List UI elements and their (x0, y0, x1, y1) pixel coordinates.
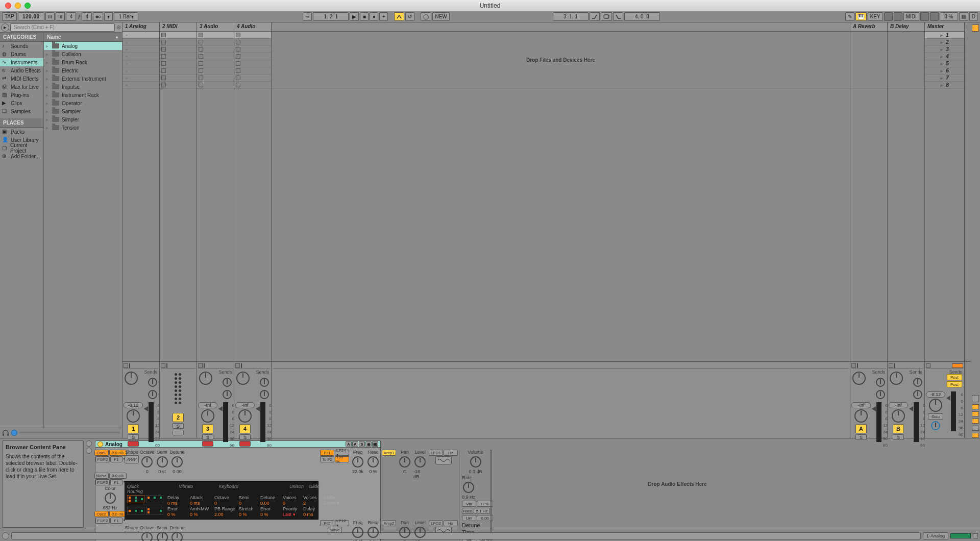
return-header[interactable]: A Reverb (850, 22, 888, 32)
arm-button[interactable] (128, 441, 139, 447)
fil1-button[interactable]: Fil1 (320, 450, 334, 456)
volume-knob[interactable] (201, 409, 214, 423)
amp1-level-knob[interactable] (414, 456, 426, 468)
osc2-button[interactable]: Osc2 (94, 511, 109, 517)
disk-overload-button[interactable]: D (969, 12, 978, 21)
stop-clips-button[interactable] (235, 363, 240, 368)
punch-out-button[interactable] (613, 12, 623, 21)
clip-view-button[interactable] (86, 440, 92, 447)
clip-slot[interactable] (160, 82, 197, 89)
send-a-knob[interactable] (223, 378, 232, 387)
mixer-section-button[interactable] (972, 419, 979, 424)
clip-slot[interactable] (197, 75, 234, 82)
clip-slot[interactable]: ◦ (122, 75, 159, 82)
volume-knob[interactable] (892, 409, 905, 423)
computer-midi-keyboard-button[interactable] (855, 12, 867, 21)
track-header[interactable]: 4 Audio (234, 22, 272, 32)
clip-slot[interactable] (197, 32, 234, 39)
clip-slot[interactable]: ◦ (122, 67, 159, 75)
mixer-scrollbar[interactable] (965, 362, 971, 438)
overdub-button[interactable]: + (379, 12, 388, 21)
arm-button[interactable] (239, 441, 251, 447)
clip-slot[interactable] (234, 60, 271, 67)
category-midi-effects[interactable]: ⇄MIDI Effects (0, 75, 43, 83)
send-a-knob[interactable] (913, 378, 922, 387)
search-input[interactable] (10, 23, 115, 32)
stop-clips-button[interactable] (161, 363, 165, 368)
scene-slot[interactable]: ▸2 (925, 39, 964, 46)
browser-item-operator[interactable]: ▹Operator (44, 99, 122, 107)
tempo-field[interactable]: 120.00 (18, 12, 44, 21)
scene-slot[interactable]: ▸4 (925, 53, 964, 60)
osc2-filter-route[interactable]: F1/F2 (95, 518, 110, 524)
send-a-knob[interactable] (148, 378, 157, 387)
scene-slot[interactable]: ▸5 (925, 60, 964, 67)
track-selector[interactable]: 1-Analog (923, 532, 948, 539)
loop-button[interactable] (601, 12, 612, 21)
master-volume-knob[interactable] (929, 399, 942, 412)
place-current-project[interactable]: ▢Current Project (0, 144, 43, 152)
track-activator[interactable]: B (893, 424, 904, 433)
fader[interactable] (144, 406, 148, 411)
track-activator[interactable]: 1 (128, 424, 139, 433)
fader[interactable] (872, 406, 876, 411)
minimize-icon[interactable] (15, 3, 21, 9)
device-fold-button[interactable]: ▣ (372, 441, 378, 447)
volume-knob[interactable] (470, 456, 481, 468)
osc2-octave-knob[interactable] (141, 532, 153, 541)
category-plug-ins[interactable]: ▧Plug-ins (0, 91, 43, 99)
browser-item-drum-rack[interactable]: ▹Drum Rack (44, 58, 122, 66)
loop-length[interactable]: 4. 0. 0 (624, 12, 660, 21)
category-max-for-live[interactable]: ⓂMax for Live (0, 83, 43, 91)
browser-item-analog[interactable]: ▹Analog (44, 42, 122, 50)
clip-slot[interactable] (160, 32, 197, 39)
returns-section-button[interactable] (972, 411, 979, 416)
clip-slot[interactable] (197, 39, 234, 46)
fil2-button[interactable]: Fil2 (320, 520, 334, 526)
clip-slot[interactable] (234, 53, 271, 60)
volume-value[interactable]: -Inf (198, 402, 217, 408)
new-clip-button[interactable]: NEW (432, 12, 449, 21)
osc2-filter-sel[interactable]: F1 (110, 518, 122, 524)
record-button[interactable]: ● (370, 12, 378, 21)
quantization-menu[interactable]: 1 Bar ▾ (114, 12, 138, 21)
clip-slot[interactable] (197, 67, 234, 75)
fil1-tof2-amt[interactable]: 100 % (335, 456, 349, 462)
automation-arm-button[interactable] (394, 12, 404, 21)
device-preset-a[interactable]: A (346, 441, 352, 447)
clip-slot[interactable]: ◦ (122, 82, 159, 89)
clip-slot[interactable] (197, 53, 234, 60)
metronome-button[interactable] (93, 12, 103, 21)
stop-clips-button[interactable] (124, 363, 128, 368)
track-activator[interactable]: A (855, 424, 867, 433)
category-drums[interactable]: ◍Drums (0, 50, 43, 58)
pan-knob[interactable] (890, 372, 903, 385)
send-b-knob[interactable] (223, 390, 232, 399)
send-b-knob[interactable] (148, 390, 157, 399)
osc1-level[interactable]: 0.0 dB (109, 450, 127, 456)
zoom-icon[interactable] (24, 3, 31, 9)
clip-slot[interactable] (160, 60, 197, 67)
track-activator[interactable]: 3 (202, 424, 213, 433)
track-activator[interactable]: 4 (239, 424, 251, 433)
osc1-semi-knob[interactable] (157, 456, 168, 468)
noise-button[interactable]: Noise (94, 473, 109, 479)
browser-item-impulse[interactable]: ▹Impulse (44, 83, 122, 91)
send-b-knob[interactable] (260, 390, 269, 399)
category-sounds[interactable]: ♪Sounds (0, 42, 43, 50)
browser-item-collision[interactable]: ▹Collision (44, 50, 122, 58)
headphones-icon[interactable] (2, 429, 9, 436)
category-clips[interactable]: ▶Clips (0, 99, 43, 107)
solo-button[interactable]: S (239, 434, 251, 440)
nudge-up-button[interactable]: ııı (56, 12, 65, 21)
trackdelay-section-button[interactable] (972, 426, 979, 431)
device-activator[interactable] (97, 441, 103, 447)
scene-slot[interactable]: ▸3 (925, 46, 964, 53)
drop-tracks-area[interactable]: Drop Files and Devices Here (272, 32, 850, 361)
scene-slot[interactable]: ▸1 (925, 32, 964, 39)
stop-clips-button[interactable] (198, 363, 203, 368)
preview-button[interactable] (11, 430, 17, 436)
device-save-button[interactable]: S (359, 441, 365, 447)
pan-knob[interactable] (125, 372, 138, 385)
session-scrollbar[interactable] (965, 32, 971, 361)
